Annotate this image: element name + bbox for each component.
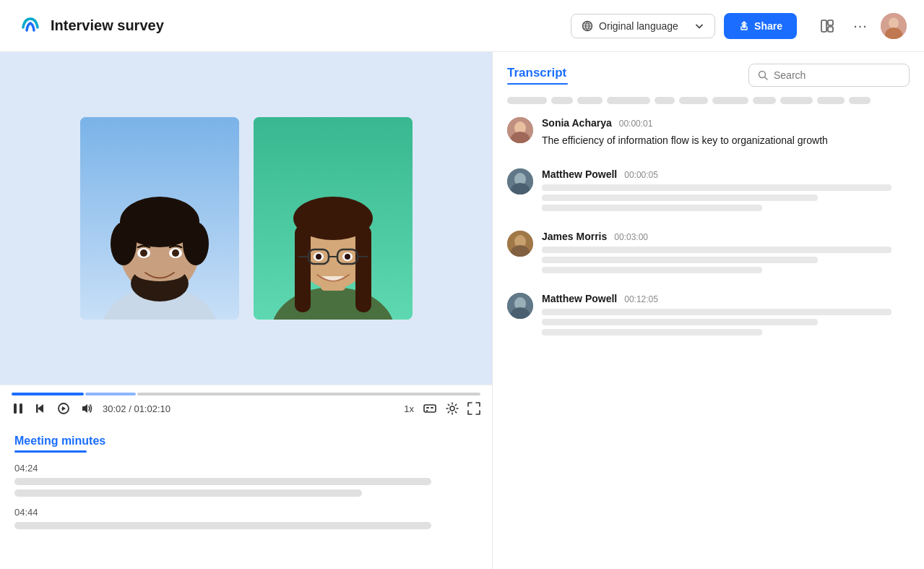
- entry-1-header: Sonia Acharya 00:00:01: [542, 117, 910, 129]
- current-time: 30:02: [103, 403, 126, 414]
- skeleton-1b: [14, 489, 362, 497]
- controls-row: 5 30:02 / 01:02:10: [12, 401, 480, 416]
- video-player: [0, 52, 492, 385]
- sk-matthew-2b: [542, 319, 818, 325]
- fullscreen-button[interactable]: [467, 402, 480, 415]
- layout-toggle-button[interactable]: [814, 13, 840, 39]
- pause-button[interactable]: [12, 402, 25, 415]
- skip-forward-icon: 5: [56, 401, 71, 416]
- time-display: 30:02 / 01:02:10: [103, 403, 170, 414]
- transcript-title-group: Transcript: [507, 66, 568, 85]
- chip-6: [679, 97, 708, 104]
- minute-item-2: 04:44: [14, 507, 478, 529]
- header-controls: Original language Share: [571, 13, 907, 39]
- skip-back-button[interactable]: [33, 401, 48, 416]
- chip-5: [655, 97, 675, 104]
- svg-rect-38: [20, 403, 22, 414]
- volume-button[interactable]: [79, 401, 94, 416]
- app-header: Interview survey Original language: [0, 0, 924, 52]
- user-avatar[interactable]: [881, 13, 907, 39]
- svg-point-20: [172, 249, 179, 257]
- entry-3-header: James Morris 00:03:00: [542, 231, 910, 242]
- skeleton-1a: [14, 478, 431, 485]
- language-label: Original language: [599, 20, 678, 32]
- svg-rect-39: [36, 404, 38, 413]
- captions-button[interactable]: [423, 401, 437, 416]
- main-content: 5 30:02 / 01:02:10: [0, 52, 924, 569]
- search-icon: [758, 70, 768, 80]
- share-button[interactable]: Share: [724, 13, 797, 39]
- search-input[interactable]: [774, 69, 900, 81]
- sk-james-1c: [542, 267, 762, 273]
- transcript-header: Transcript: [507, 64, 910, 87]
- matthew-avatar-img-2: [507, 293, 533, 319]
- controls-right: 1x: [404, 401, 480, 416]
- progress-buffered: [85, 393, 136, 395]
- left-panel: 5 30:02 / 01:02:10: [0, 52, 493, 569]
- matthew-avatar-2: [507, 293, 533, 319]
- entry-4-header: Matthew Powell 00:12:05: [542, 293, 910, 304]
- svg-rect-26: [295, 226, 311, 312]
- progress-bar-container[interactable]: [12, 393, 480, 395]
- meeting-minutes-underline: [14, 450, 87, 453]
- chip-11: [849, 97, 871, 104]
- entry-2-content: Matthew Powell 00:00:05: [542, 168, 910, 215]
- svg-point-14: [183, 222, 209, 265]
- svg-rect-37: [14, 403, 17, 414]
- svg-rect-2: [821, 20, 826, 32]
- matthew-time-2: 00:12:05: [624, 294, 658, 304]
- progress-played: [12, 393, 84, 395]
- share-icon: [738, 20, 750, 32]
- transcript-skeleton-chips: [507, 97, 910, 104]
- sonia-text: The efficiency of information flow is ke…: [542, 133, 910, 148]
- settings-button[interactable]: [446, 402, 459, 415]
- james-name: James Morris: [542, 231, 607, 242]
- matthew-time-1: 00:00:05: [624, 170, 658, 180]
- person-photo-2: [254, 117, 413, 320]
- video-controls: 5 30:02 / 01:02:10: [0, 385, 492, 423]
- chip-2: [551, 97, 573, 104]
- header-actions: ···: [814, 13, 907, 39]
- transcript-entry-3: James Morris 00:03:00: [507, 231, 910, 277]
- speed-label: 1x: [404, 403, 414, 414]
- more-options-button[interactable]: ···: [847, 13, 873, 39]
- skip-forward-button[interactable]: 5: [56, 401, 71, 416]
- chip-8: [753, 97, 776, 104]
- skip-back-icon: [33, 401, 48, 416]
- total-time: 01:02:10: [134, 403, 170, 414]
- chip-1: [507, 97, 547, 104]
- person-photo-1: [80, 117, 239, 320]
- svg-point-18: [140, 249, 147, 257]
- transcript-body: Sonia Acharya 00:00:01 The efficiency of…: [507, 117, 910, 557]
- minute-time-2: 04:44: [14, 507, 478, 518]
- entry-3-content: James Morris 00:03:00: [542, 231, 910, 277]
- transcript-underline: [507, 83, 568, 85]
- transcript-entry-2: Matthew Powell 00:00:05: [507, 168, 910, 215]
- svg-point-46: [450, 406, 454, 411]
- sk-matthew-2a: [542, 309, 891, 315]
- language-dropdown[interactable]: Original language: [571, 14, 715, 38]
- avatar-image: [881, 13, 907, 39]
- svg-point-34: [316, 254, 321, 260]
- svg-text:5: 5: [61, 407, 64, 411]
- skeleton-2a: [14, 522, 431, 529]
- chip-4: [607, 97, 650, 104]
- svg-rect-4: [828, 27, 833, 32]
- sonia-avatar-img: [507, 117, 533, 143]
- transcript-entry-1: Sonia Acharya 00:00:01 The efficiency of…: [507, 117, 910, 153]
- progress-remaining: [137, 393, 480, 395]
- speed-button[interactable]: 1x: [404, 403, 414, 414]
- james-time: 00:03:00: [614, 232, 648, 242]
- meeting-minutes-panel: Meeting minutes 04:24 04:44: [0, 423, 492, 569]
- matthew-name-1: Matthew Powell: [542, 168, 617, 180]
- more-icon: ···: [853, 17, 868, 34]
- chip-7: [712, 97, 748, 104]
- transcript-search-box[interactable]: [748, 64, 910, 87]
- chip-3: [577, 97, 603, 104]
- app-logo-icon: [17, 13, 43, 39]
- svg-rect-43: [426, 407, 429, 408]
- sk-james-1b: [542, 257, 818, 263]
- matthew-name-2: Matthew Powell: [542, 293, 617, 304]
- entry-4-content: Matthew Powell 00:12:05: [542, 293, 910, 339]
- settings-icon: [446, 402, 459, 415]
